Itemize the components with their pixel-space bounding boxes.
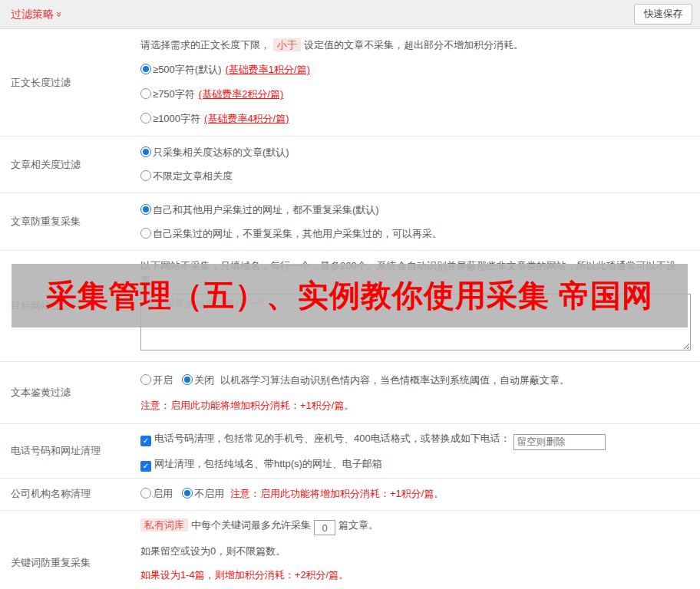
row-label: 文章防重复采集 bbox=[0, 193, 140, 250]
filter-strategy-page: 过滤策略 » 快速保存 正文长度过滤 请选择需求的正文长度下限，小于设定值的文章… bbox=[0, 0, 700, 589]
max-articles-input[interactable] bbox=[314, 520, 335, 535]
radio-unselected-icon[interactable] bbox=[140, 228, 151, 239]
radio-selected-icon[interactable] bbox=[182, 374, 193, 385]
company-clean-on-option[interactable]: 启用 bbox=[140, 487, 173, 501]
less-than-tag: 小于 bbox=[273, 38, 301, 51]
option-label: 只采集相关度达标的文章(默认) bbox=[153, 146, 289, 158]
porn-filter-cost-note: 注意：启用此功能将增加积分消耗：+1积分/篇。 bbox=[140, 398, 694, 413]
length-option-1000[interactable]: ≥1000字符(基础费率4积分/篇) bbox=[140, 111, 694, 127]
porn-filter-off-option[interactable]: 关闭 bbox=[182, 374, 214, 386]
option-label: 自己和其他用户采集过的网址，都不重复采集(默认) bbox=[153, 204, 379, 216]
radio-selected-icon[interactable] bbox=[182, 488, 193, 499]
radio-selected-icon[interactable] bbox=[140, 204, 151, 215]
fee-note: (基础费率4积分/篇) bbox=[204, 113, 289, 124]
length-option-750[interactable]: ≥750字符(基础费率2积分/篇) bbox=[140, 87, 694, 102]
blocked-domains-textarea[interactable] bbox=[140, 294, 691, 350]
keyword-limit-text: 中每个关键词最多允许采集 bbox=[191, 519, 311, 531]
row-label: 目标网站过滤 bbox=[0, 251, 140, 361]
fee-note: (基础费率1积分/篇) bbox=[225, 64, 310, 75]
dedup-option-all-users[interactable]: 自己和其他用户采集过的网址，都不重复采集(默认) bbox=[140, 202, 694, 218]
private-lexicon-tag: 私有词库 bbox=[140, 518, 188, 531]
radio-selected-icon[interactable] bbox=[140, 146, 151, 157]
replacement-phone-input[interactable] bbox=[513, 434, 606, 450]
option-label: ≥1000字符 bbox=[153, 113, 200, 124]
company-clean-cost-note: 注意：启用此功能将增加积分消耗：+1积分/篇。 bbox=[230, 487, 444, 501]
dedup-option-self-only[interactable]: 自己采集过的网址，不重复采集，其他用户采集过的，可以再采。 bbox=[140, 226, 694, 242]
relevance-option-default[interactable]: 只采集相关度达标的文章(默认) bbox=[140, 145, 694, 160]
row-url-dedup: 文章防重复采集 自己和其他用户采集过的网址，都不重复采集(默认) 自己采集过的网… bbox=[0, 193, 700, 251]
row-keyword-dedup: 关键词防重复采集 私有词库中每个关键词最多允许采集篇文章。 如果留空或设为0，则… bbox=[0, 511, 700, 589]
option-label: 不限定文章相关度 bbox=[153, 170, 233, 182]
radio-unselected-icon[interactable] bbox=[140, 488, 151, 499]
length-option-500[interactable]: ≥500字符(默认)(基础费率1积分/篇) bbox=[140, 62, 694, 77]
row-company-clean: 公司机构名称清理 启用不启用注意：启用此功能将增加积分消耗：+1积分/篇。 bbox=[0, 479, 700, 511]
row-content-length: 正文长度过滤 请选择需求的正文长度下限，小于设定值的文章不采集，超出部分不增加积… bbox=[0, 29, 700, 137]
fee-note: (基础费率2积分/篇) bbox=[199, 88, 284, 100]
checkbox-label: 网址清理，包括纯域名、带http(s)的网址、电子邮箱 bbox=[154, 458, 382, 469]
relevance-option-any[interactable]: 不限定文章相关度 bbox=[140, 169, 694, 184]
phone-clean-checkbox-row[interactable]: 电话号码清理，包括常见的手机号、座机号、400电话格式，或替换成如下电话： bbox=[140, 429, 694, 450]
page-title: 过滤策略 bbox=[11, 8, 54, 21]
row-phone-url-clean: 电话号码和网址清理 电话号码清理，包括常见的手机号、座机号、400电话格式，或替… bbox=[0, 424, 700, 479]
row-label: 文本鉴黄过滤 bbox=[0, 362, 140, 423]
row-label: 文章相关度过滤 bbox=[0, 137, 140, 192]
checkbox-checked-icon[interactable] bbox=[140, 436, 151, 446]
porn-filter-desc: 以机器学习算法自动识别色情内容，当色情概率达到系统阈值，自动屏蔽文章。 bbox=[220, 374, 570, 386]
keyword-note-zero: 如果留空或设为0，则不限篇数。 bbox=[140, 544, 694, 559]
radio-selected-icon[interactable] bbox=[140, 64, 151, 74]
section-title-toggle[interactable]: 过滤策略 » bbox=[11, 8, 62, 21]
checkbox-checked-icon[interactable] bbox=[140, 461, 151, 472]
row-label: 正文长度过滤 bbox=[0, 29, 140, 136]
radio-unselected-icon[interactable] bbox=[140, 113, 151, 123]
radio-unselected-icon[interactable] bbox=[140, 88, 151, 99]
radio-unselected-icon[interactable] bbox=[140, 374, 151, 385]
row-label: 公司机构名称清理 bbox=[0, 479, 140, 510]
company-clean-off-option[interactable]: 不启用 bbox=[182, 487, 224, 501]
row-porn-filter: 文本鉴黄过滤 开启关闭以机器学习算法自动识别色情内容，当色情概率达到系统阈值，自… bbox=[0, 362, 700, 424]
quick-save-button[interactable]: 快速保存 bbox=[634, 4, 692, 25]
content-length-desc: 请选择需求的正文长度下限，小于设定值的文章不采集，超出部分不增加积分消耗。 bbox=[140, 38, 694, 53]
option-label: ≥500字符(默认) bbox=[153, 64, 221, 75]
row-relevance: 文章相关度过滤 只采集相关度达标的文章(默认) 不限定文章相关度 bbox=[0, 137, 700, 193]
radio-unselected-icon[interactable] bbox=[140, 170, 151, 181]
option-label: ≥750字符 bbox=[153, 88, 195, 100]
url-clean-checkbox-row[interactable]: 网址清理，包括纯域名、带http(s)的网址、电子邮箱 bbox=[140, 455, 694, 473]
header-bar: 过滤策略 » 快速保存 bbox=[0, 0, 700, 29]
row-label: 电话号码和网址清理 bbox=[0, 424, 140, 478]
target-site-desc: 以下网站不采集，只填域名，每行一个，最多200个。系统会自动识别并屏蔽那些非文章… bbox=[140, 258, 695, 289]
keyword-limit-suffix: 篇文章。 bbox=[338, 519, 378, 531]
porn-filter-on-option[interactable]: 开启 bbox=[140, 374, 173, 386]
double-chevron-down-icon: » bbox=[54, 12, 64, 17]
checkbox-label: 电话号码清理，包括常见的手机号、座机号、400电话格式，或替换成如下电话： bbox=[154, 433, 510, 444]
keyword-note-cost: 如果设为1-4篇，则增加积分消耗：+2积分/篇。 bbox=[140, 568, 694, 583]
row-target-site: 目标网站过滤 以下网站不采集，只填域名，每行一个，最多200个。系统会自动识别并… bbox=[0, 251, 700, 362]
option-label: 自己采集过的网址，不重复采集，其他用户采集过的，可以再采。 bbox=[153, 228, 442, 239]
row-label: 关键词防重复采集 bbox=[0, 511, 140, 589]
